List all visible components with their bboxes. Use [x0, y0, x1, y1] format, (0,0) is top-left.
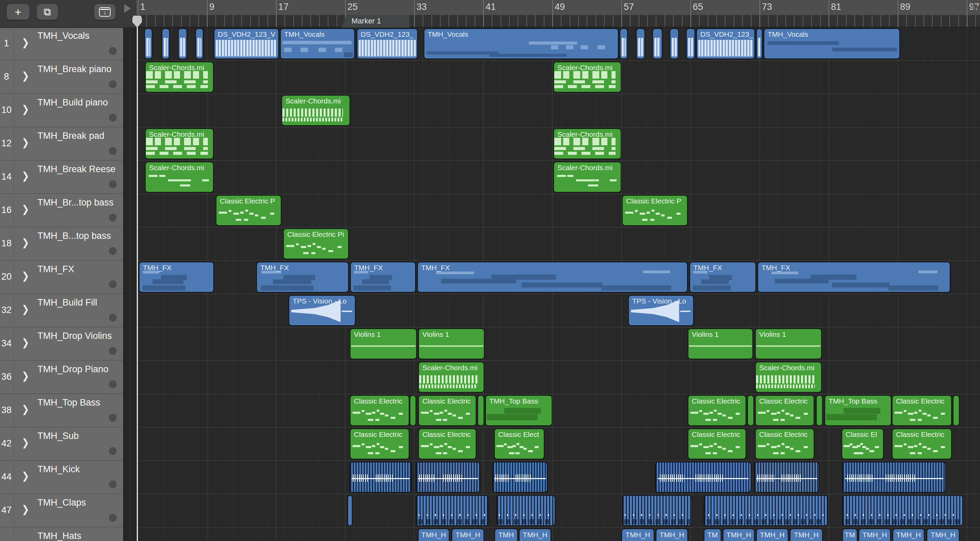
- track-header-row[interactable]: 18❯TMH_B...top bass: [0, 227, 123, 261]
- region-clip[interactable]: [756, 28, 762, 59]
- region-tmh-h[interactable]: TMH_H: [418, 528, 450, 541]
- track-header-row[interactable]: 10❯TMH_Build piano: [0, 94, 123, 127]
- region-tmh-fx[interactable]: TMH_FX: [757, 262, 950, 293]
- region-clip[interactable]: [652, 28, 662, 59]
- region-classic-electric-p[interactable]: Classic Electric P: [216, 195, 282, 226]
- track-disclosure-chevron-icon[interactable]: ❯: [22, 70, 29, 82]
- region-violins-1[interactable]: Violins 1: [688, 328, 753, 359]
- region-tmh-h[interactable]: TMH_H: [790, 528, 823, 541]
- track-disclosure-chevron-icon[interactable]: ❯: [22, 337, 29, 349]
- track-header-row[interactable]: 14❯TMH_Break Reese: [0, 161, 123, 194]
- track-header-row[interactable]: TMH_Hats: [0, 527, 123, 541]
- region-clip[interactable]: [636, 28, 645, 59]
- region-clip[interactable]: [842, 462, 946, 493]
- track-state-dot[interactable]: [109, 380, 117, 388]
- arrangement-marker[interactable]: Marker 1: [341, 15, 409, 27]
- region-tps-vision-lo[interactable]: TPS - Vision - Lo: [628, 295, 694, 326]
- region-clip[interactable]: [350, 462, 412, 493]
- region-clip[interactable]: [195, 28, 204, 59]
- region-classic-electric[interactable]: Classic Electric: [350, 428, 409, 459]
- region-ds-vdh2-123-[interactable]: DS_VDH2_123_: [356, 28, 418, 59]
- track-header-row[interactable]: 20❯TMH_FX: [0, 261, 123, 294]
- region-tm[interactable]: TM: [704, 528, 721, 541]
- track-disclosure-chevron-icon[interactable]: ❯: [22, 470, 29, 482]
- region-scaler-chords-mi[interactable]: Scaler-Chords.mi: [553, 62, 621, 92]
- track-header-row[interactable]: 8❯TMH_Break piano: [0, 60, 123, 94]
- region-clip[interactable]: [620, 28, 628, 59]
- region-tmh-top-bass[interactable]: TMH_Top Bass: [824, 395, 891, 426]
- hide-track-header-button[interactable]: ↓: [94, 4, 115, 20]
- track-name[interactable]: TMH_Kick: [37, 464, 80, 475]
- region-clip[interactable]: [492, 462, 547, 493]
- track-disclosure-chevron-icon[interactable]: ❯: [22, 437, 29, 449]
- region-clip[interactable]: [704, 495, 828, 526]
- track-state-dot[interactable]: [109, 314, 117, 321]
- track-name[interactable]: TMH_Hats: [37, 531, 81, 541]
- track-disclosure-chevron-icon[interactable]: ❯: [22, 237, 29, 249]
- region-clip[interactable]: [622, 495, 692, 526]
- region-clip[interactable]: [477, 395, 484, 426]
- region-scaler-chords-mi[interactable]: Scaler-Chords.mi: [755, 362, 822, 393]
- region-clip[interactable]: [816, 395, 823, 426]
- region-classic-electric-pi[interactable]: Classic Electric Pi: [283, 228, 349, 259]
- region-scaler-chords-mi[interactable]: Scaler-Chords.mi: [553, 162, 621, 193]
- region-clip[interactable]: [747, 395, 754, 426]
- region-classic-electric[interactable]: Classic Electric: [892, 395, 952, 426]
- region-tmh-h[interactable]: TMH_H: [452, 528, 484, 541]
- track-name[interactable]: TMH_Build Fill: [37, 298, 97, 308]
- region-tmh-vocals[interactable]: TMH_Vocals: [764, 28, 900, 59]
- track-name[interactable]: TMH_FX: [37, 264, 74, 275]
- region-tmh-fx[interactable]: TMH_FX: [350, 262, 416, 293]
- region-classic-elect[interactable]: Classic Elect: [494, 428, 544, 459]
- region-clip[interactable]: [686, 28, 695, 59]
- track-header-row[interactable]: 16❯TMH_Br...top bass: [0, 194, 123, 227]
- track-state-dot[interactable]: [109, 280, 117, 288]
- bar-ruler[interactable]: 191725334149576573818997: [136, 0, 980, 15]
- region-clip[interactable]: [347, 495, 353, 526]
- track-name[interactable]: TMH_Br...top bass: [37, 197, 114, 208]
- region-scaler-chords-mi[interactable]: Scaler-Chords.mi: [145, 128, 214, 159]
- region-classic-electric[interactable]: Classic Electric: [688, 395, 746, 426]
- region-tmh-h[interactable]: TMH_H: [519, 528, 551, 541]
- marker-tick-ruler[interactable]: [136, 15, 980, 27]
- track-name[interactable]: TMH_Claps: [37, 498, 86, 508]
- region-classic-electric[interactable]: Classic Electric: [418, 395, 476, 426]
- track-state-dot[interactable]: [109, 514, 117, 522]
- region-clip[interactable]: [416, 495, 488, 526]
- track-state-dot[interactable]: [109, 147, 117, 155]
- region-tmh-h[interactable]: TMH_H: [621, 528, 654, 541]
- region-violins-1[interactable]: Violins 1: [350, 328, 417, 359]
- region-clip[interactable]: [416, 462, 480, 493]
- track-name[interactable]: TMH_Drop Violins: [37, 331, 112, 341]
- region-ds-vdh2-123-[interactable]: DS_VDH2_123_: [696, 28, 755, 59]
- region-tmh-top-bass[interactable]: TMH_Top Bass: [485, 395, 552, 426]
- track-name[interactable]: TMH_Top Bass: [37, 398, 100, 408]
- track-name[interactable]: TMH_Break pad: [37, 130, 105, 141]
- region-clip[interactable]: [162, 28, 170, 59]
- region-violins-1[interactable]: Violins 1: [755, 328, 822, 359]
- track-name[interactable]: TMH_Vocals: [37, 30, 89, 41]
- region-ds-vdh2-123-v[interactable]: DS_VDH2_123_V: [214, 28, 279, 59]
- track-disclosure-chevron-icon[interactable]: ❯: [22, 103, 29, 116]
- region-clip[interactable]: [754, 462, 819, 493]
- region-scaler-chords-mi[interactable]: Scaler-Chords.mi: [553, 128, 621, 159]
- region-tmh-h[interactable]: TMH_H: [723, 528, 755, 541]
- track-state-dot[interactable]: [109, 114, 117, 121]
- track-disclosure-chevron-icon[interactable]: ❯: [22, 204, 29, 216]
- ruler-right-arrow-icon[interactable]: [973, 3, 978, 11]
- track-disclosure-chevron-icon[interactable]: ❯: [22, 37, 29, 49]
- region-classic-electric[interactable]: Classic Electric: [892, 428, 952, 459]
- region-clip[interactable]: [178, 28, 187, 59]
- region-clip[interactable]: [410, 395, 416, 426]
- playhead-line[interactable]: [137, 16, 138, 541]
- track-state-dot[interactable]: [109, 481, 117, 488]
- region-tmh-h[interactable]: TMH_H: [756, 528, 788, 541]
- region-tps-vision-lo[interactable]: TPS - Vision - Lo: [288, 295, 356, 326]
- track-disclosure-chevron-icon[interactable]: ❯: [22, 270, 29, 282]
- region-tm[interactable]: TM: [842, 528, 858, 541]
- region-classic-el[interactable]: Classic El: [842, 428, 884, 459]
- region-clip[interactable]: [144, 28, 153, 59]
- track-name[interactable]: TMH_Break Reese: [37, 164, 116, 175]
- region-classic-electric[interactable]: Classic Electric: [755, 428, 814, 459]
- track-state-dot[interactable]: [109, 47, 117, 55]
